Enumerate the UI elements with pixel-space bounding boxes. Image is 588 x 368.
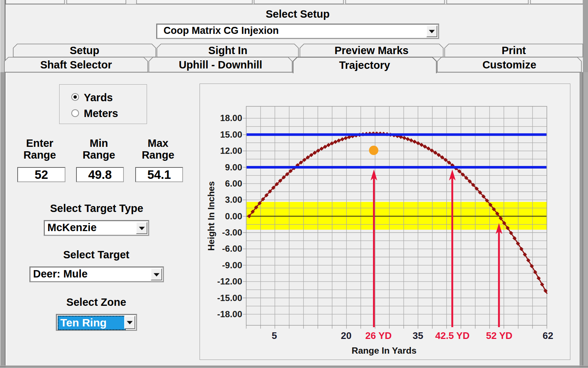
svg-text:Shaft Selector: Shaft Selector [40,59,112,71]
svg-text:Setup: Setup [70,45,100,56]
svg-text:-6.00: -6.00 [222,244,242,254]
svg-text:15.00: 15.00 [220,130,242,139]
svg-text:62: 62 [543,330,553,341]
svg-text:-12.00: -12.00 [217,276,242,286]
svg-text:52 YD: 52 YD [486,330,513,341]
svg-text:Trajectory: Trajectory [339,59,390,71]
svg-text:18.00: 18.00 [220,113,242,123]
svg-text:9.00: 9.00 [225,162,242,172]
svg-text:Sight In: Sight In [208,45,247,56]
svg-text:42.5 YD: 42.5 YD [435,330,469,341]
svg-text:Customize: Customize [483,59,537,71]
svg-text:3.00: 3.00 [225,195,242,205]
svg-text:20: 20 [341,330,351,341]
svg-text:-18.00: -18.00 [217,309,242,319]
svg-text:-3.00: -3.00 [222,227,242,237]
svg-text:-9.00: -9.00 [222,260,242,270]
svg-text:12.00: 12.00 [220,146,242,156]
svg-text:Preview Marks: Preview Marks [334,45,409,56]
svg-text:Uphill - Downhill: Uphill - Downhill [179,59,262,71]
svg-text:Range In Yards: Range In Yards [352,346,417,355]
svg-text:35: 35 [413,330,423,341]
svg-text:-15.00: -15.00 [217,293,242,303]
svg-text:5: 5 [272,330,277,341]
svg-text:Height In Inches: Height In Inches [206,181,216,251]
svg-text:26 YD: 26 YD [365,330,392,341]
svg-text:0.00: 0.00 [225,211,242,221]
svg-text:6.00: 6.00 [225,178,242,188]
svg-text:Print: Print [502,45,526,56]
